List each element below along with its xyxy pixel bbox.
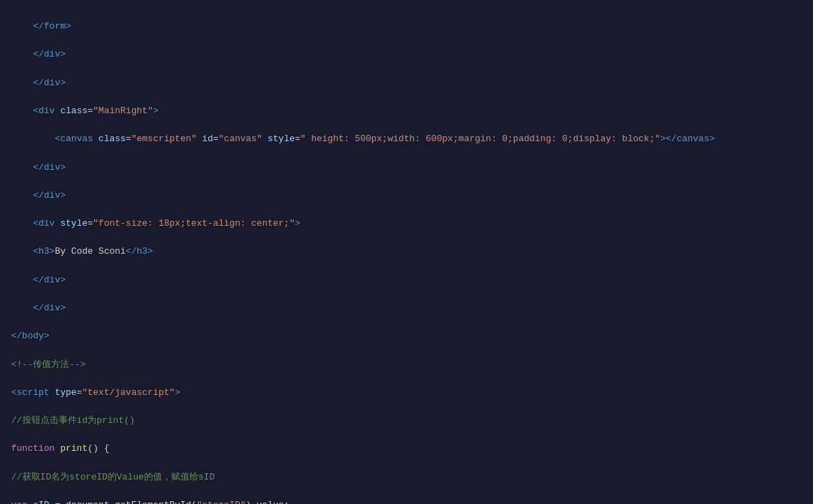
code-line: </div> [0,273,813,287]
code-line: </div> [0,301,813,315]
code-line: </form> [0,20,813,34]
code-editor: </form> </div> </div> <div class="MainRi… [0,0,813,504]
code-line: //获取ID名为storeID的Value的值，赋值给sID [0,470,813,484]
code-line: //按钮点击事件id为print() [0,414,813,428]
code-line: <div class="MainRight"> [0,104,813,118]
code-line: </body> [0,329,813,343]
code-line: <canvas class="emscripten" id="canvas" s… [0,132,813,146]
code-line: function print() { [0,442,813,456]
code-line: <div style="font-size: 18px;text-align: … [0,217,813,231]
code-line: <script type="text/javascript"> [0,386,813,400]
code-line: <h3>By Code Sconi</h3> [0,245,813,259]
code-line: var sID = document.getElementById("store… [0,498,813,504]
code-line: <!--传值方法--> [0,358,813,372]
code-line: </div> [0,189,813,203]
code-line: </div> [0,48,813,62]
code-line: </div> [0,161,813,175]
code-line: </div> [0,76,813,90]
